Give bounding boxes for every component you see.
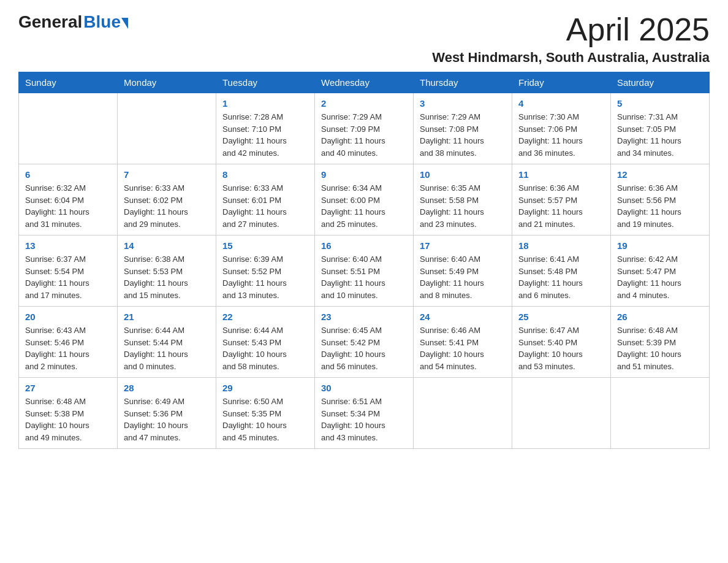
day-number: 18	[518, 240, 604, 251]
day-number: 9	[321, 169, 407, 180]
calendar-cell: 25Sunrise: 6:47 AM Sunset: 5:40 PM Dayli…	[512, 307, 611, 378]
calendar-cell: 2Sunrise: 7:29 AM Sunset: 7:09 PM Daylig…	[315, 93, 414, 164]
calendar-cell: 12Sunrise: 6:36 AM Sunset: 5:56 PM Dayli…	[611, 164, 710, 236]
day-number: 17	[420, 240, 506, 251]
day-info: Sunrise: 6:46 AM Sunset: 5:41 PM Dayligh…	[420, 324, 506, 372]
calendar-cell: 9Sunrise: 6:34 AM Sunset: 6:00 PM Daylig…	[315, 164, 414, 236]
day-info: Sunrise: 6:34 AM Sunset: 6:00 PM Dayligh…	[321, 182, 407, 230]
day-number: 27	[25, 383, 111, 393]
calendar-cell: 14Sunrise: 6:38 AM Sunset: 5:53 PM Dayli…	[118, 236, 216, 307]
day-info: Sunrise: 6:40 AM Sunset: 5:49 PM Dayligh…	[420, 253, 506, 301]
day-number: 23	[321, 312, 407, 322]
calendar-cell: 10Sunrise: 6:35 AM Sunset: 5:58 PM Dayli…	[414, 164, 512, 236]
day-info: Sunrise: 6:49 AM Sunset: 5:36 PM Dayligh…	[124, 396, 210, 443]
calendar-cell	[118, 93, 216, 164]
calendar-cell: 17Sunrise: 6:40 AM Sunset: 5:49 PM Dayli…	[414, 236, 512, 307]
day-number: 6	[25, 169, 111, 180]
day-info: Sunrise: 6:32 AM Sunset: 6:04 PM Dayligh…	[25, 182, 111, 230]
title-block: April 2025 West Hindmarsh, South Austral…	[432, 12, 710, 66]
day-info: Sunrise: 6:47 AM Sunset: 5:40 PM Dayligh…	[518, 324, 604, 372]
day-number: 15	[222, 240, 308, 251]
day-info: Sunrise: 6:33 AM Sunset: 6:02 PM Dayligh…	[124, 182, 210, 230]
calendar-cell: 18Sunrise: 6:41 AM Sunset: 5:48 PM Dayli…	[512, 236, 611, 307]
logo: General Blue	[18, 12, 128, 32]
calendar-cell	[611, 378, 710, 449]
calendar-cell: 3Sunrise: 7:29 AM Sunset: 7:08 PM Daylig…	[414, 93, 512, 164]
day-info: Sunrise: 6:40 AM Sunset: 5:51 PM Dayligh…	[321, 253, 407, 301]
column-header-sunday: Sunday	[19, 72, 118, 93]
calendar-cell: 1Sunrise: 7:28 AM Sunset: 7:10 PM Daylig…	[216, 93, 315, 164]
day-number: 4	[518, 98, 604, 109]
calendar-cell	[19, 93, 118, 164]
day-info: Sunrise: 6:39 AM Sunset: 5:52 PM Dayligh…	[222, 253, 308, 301]
month-title: April 2025	[432, 12, 710, 47]
calendar-cell: 6Sunrise: 6:32 AM Sunset: 6:04 PM Daylig…	[19, 164, 118, 236]
day-number: 25	[518, 312, 604, 322]
day-number: 30	[321, 383, 407, 393]
calendar-header-row: SundayMondayTuesdayWednesdayThursdayFrid…	[19, 72, 710, 93]
day-info: Sunrise: 6:50 AM Sunset: 5:35 PM Dayligh…	[222, 396, 308, 443]
day-info: Sunrise: 6:38 AM Sunset: 5:53 PM Dayligh…	[124, 253, 210, 301]
day-number: 5	[617, 98, 703, 109]
day-number: 21	[124, 312, 210, 322]
day-number: 13	[25, 240, 111, 251]
logo-blue-text: Blue	[83, 12, 121, 32]
calendar-table: SundayMondayTuesdayWednesdayThursdayFrid…	[18, 72, 710, 449]
day-info: Sunrise: 6:37 AM Sunset: 5:54 PM Dayligh…	[25, 253, 111, 301]
calendar-cell: 19Sunrise: 6:42 AM Sunset: 5:47 PM Dayli…	[611, 236, 710, 307]
column-header-monday: Monday	[118, 72, 216, 93]
day-info: Sunrise: 6:45 AM Sunset: 5:42 PM Dayligh…	[321, 324, 407, 372]
day-info: Sunrise: 6:44 AM Sunset: 5:43 PM Dayligh…	[222, 324, 308, 372]
calendar-cell: 16Sunrise: 6:40 AM Sunset: 5:51 PM Dayli…	[315, 236, 414, 307]
calendar-week-row: 1Sunrise: 7:28 AM Sunset: 7:10 PM Daylig…	[19, 93, 710, 164]
day-info: Sunrise: 7:30 AM Sunset: 7:06 PM Dayligh…	[518, 111, 604, 159]
column-header-friday: Friday	[512, 72, 611, 93]
day-info: Sunrise: 6:33 AM Sunset: 6:01 PM Dayligh…	[222, 182, 308, 230]
day-info: Sunrise: 7:29 AM Sunset: 7:08 PM Dayligh…	[420, 111, 506, 159]
calendar-cell: 22Sunrise: 6:44 AM Sunset: 5:43 PM Dayli…	[216, 307, 315, 378]
calendar-cell: 26Sunrise: 6:48 AM Sunset: 5:39 PM Dayli…	[611, 307, 710, 378]
day-info: Sunrise: 7:31 AM Sunset: 7:05 PM Dayligh…	[617, 111, 703, 159]
day-info: Sunrise: 6:36 AM Sunset: 5:56 PM Dayligh…	[617, 182, 703, 230]
day-number: 16	[321, 240, 407, 251]
calendar-cell: 27Sunrise: 6:48 AM Sunset: 5:38 PM Dayli…	[19, 378, 118, 449]
logo-arrow-icon	[121, 18, 128, 29]
calendar-week-row: 13Sunrise: 6:37 AM Sunset: 5:54 PM Dayli…	[19, 236, 710, 307]
day-number: 10	[420, 169, 506, 180]
calendar-cell: 23Sunrise: 6:45 AM Sunset: 5:42 PM Dayli…	[315, 307, 414, 378]
day-info: Sunrise: 7:28 AM Sunset: 7:10 PM Dayligh…	[222, 111, 308, 159]
day-number: 8	[222, 169, 308, 180]
column-header-tuesday: Tuesday	[216, 72, 315, 93]
calendar-week-row: 6Sunrise: 6:32 AM Sunset: 6:04 PM Daylig…	[19, 164, 710, 236]
day-number: 11	[518, 169, 604, 180]
calendar-week-row: 27Sunrise: 6:48 AM Sunset: 5:38 PM Dayli…	[19, 378, 710, 449]
day-info: Sunrise: 6:42 AM Sunset: 5:47 PM Dayligh…	[617, 253, 703, 301]
calendar-cell: 13Sunrise: 6:37 AM Sunset: 5:54 PM Dayli…	[19, 236, 118, 307]
location-title: West Hindmarsh, South Australia, Austral…	[432, 50, 710, 66]
calendar-cell: 15Sunrise: 6:39 AM Sunset: 5:52 PM Dayli…	[216, 236, 315, 307]
day-number: 20	[25, 312, 111, 322]
day-info: Sunrise: 7:29 AM Sunset: 7:09 PM Dayligh…	[321, 111, 407, 159]
page-header: General Blue April 2025 West Hindmarsh, …	[18, 12, 710, 66]
day-info: Sunrise: 6:44 AM Sunset: 5:44 PM Dayligh…	[124, 324, 210, 372]
calendar-cell: 7Sunrise: 6:33 AM Sunset: 6:02 PM Daylig…	[118, 164, 216, 236]
day-number: 24	[420, 312, 506, 322]
day-number: 28	[124, 383, 210, 393]
day-number: 1	[222, 98, 308, 109]
day-info: Sunrise: 6:48 AM Sunset: 5:38 PM Dayligh…	[25, 396, 111, 443]
day-number: 19	[617, 240, 703, 251]
day-number: 12	[617, 169, 703, 180]
calendar-cell: 8Sunrise: 6:33 AM Sunset: 6:01 PM Daylig…	[216, 164, 315, 236]
day-number: 3	[420, 98, 506, 109]
day-info: Sunrise: 6:35 AM Sunset: 5:58 PM Dayligh…	[420, 182, 506, 230]
day-info: Sunrise: 6:48 AM Sunset: 5:39 PM Dayligh…	[617, 324, 703, 372]
calendar-cell: 28Sunrise: 6:49 AM Sunset: 5:36 PM Dayli…	[118, 378, 216, 449]
calendar-cell	[414, 378, 512, 449]
calendar-cell: 11Sunrise: 6:36 AM Sunset: 5:57 PM Dayli…	[512, 164, 611, 236]
day-info: Sunrise: 6:41 AM Sunset: 5:48 PM Dayligh…	[518, 253, 604, 301]
calendar-cell: 21Sunrise: 6:44 AM Sunset: 5:44 PM Dayli…	[118, 307, 216, 378]
day-number: 7	[124, 169, 210, 180]
column-header-wednesday: Wednesday	[315, 72, 414, 93]
column-header-thursday: Thursday	[414, 72, 512, 93]
calendar-cell: 24Sunrise: 6:46 AM Sunset: 5:41 PM Dayli…	[414, 307, 512, 378]
